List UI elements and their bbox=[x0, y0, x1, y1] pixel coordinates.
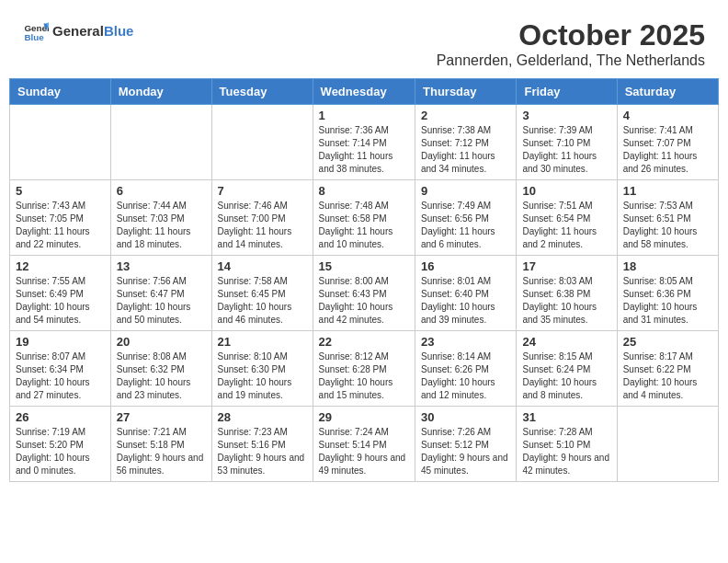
day-number: 15 bbox=[319, 259, 409, 273]
day-info: Sunrise: 7:41 AM Sunset: 7:07 PM Dayligh… bbox=[623, 124, 712, 176]
day-info: Sunrise: 7:48 AM Sunset: 6:58 PM Dayligh… bbox=[319, 200, 409, 251]
calendar-cell: 8Sunrise: 7:48 AM Sunset: 6:58 PM Daylig… bbox=[313, 180, 415, 256]
day-info: Sunrise: 7:58 AM Sunset: 6:45 PM Dayligh… bbox=[218, 275, 307, 327]
day-number: 21 bbox=[218, 335, 307, 349]
svg-text:Blue: Blue bbox=[24, 32, 44, 42]
day-number: 29 bbox=[319, 410, 409, 424]
calendar-week-row: 1Sunrise: 7:36 AM Sunset: 7:14 PM Daylig… bbox=[10, 105, 719, 180]
day-number: 11 bbox=[623, 184, 712, 198]
day-number: 9 bbox=[421, 184, 510, 198]
calendar-cell: 20Sunrise: 8:08 AM Sunset: 6:32 PM Dayli… bbox=[110, 331, 211, 407]
day-info: Sunrise: 8:07 AM Sunset: 6:34 PM Dayligh… bbox=[16, 350, 105, 402]
calendar-cell: 9Sunrise: 7:49 AM Sunset: 6:56 PM Daylig… bbox=[415, 180, 517, 256]
day-number: 28 bbox=[218, 410, 307, 424]
day-info: Sunrise: 7:24 AM Sunset: 5:14 PM Dayligh… bbox=[319, 426, 409, 477]
day-number: 18 bbox=[623, 259, 712, 273]
day-info: Sunrise: 7:39 AM Sunset: 7:10 PM Dayligh… bbox=[522, 124, 610, 176]
day-number: 23 bbox=[421, 335, 510, 349]
day-info: Sunrise: 7:53 AM Sunset: 6:51 PM Dayligh… bbox=[623, 200, 712, 251]
day-info: Sunrise: 8:05 AM Sunset: 6:36 PM Dayligh… bbox=[623, 275, 712, 327]
calendar-cell: 12Sunrise: 7:55 AM Sunset: 6:49 PM Dayli… bbox=[10, 256, 111, 331]
day-info: Sunrise: 8:08 AM Sunset: 6:32 PM Dayligh… bbox=[117, 350, 206, 402]
day-number: 22 bbox=[319, 335, 409, 349]
calendar-cell: 26Sunrise: 7:19 AM Sunset: 5:20 PM Dayli… bbox=[10, 407, 111, 482]
day-number: 10 bbox=[522, 184, 610, 198]
calendar-cell: 4Sunrise: 7:41 AM Sunset: 7:07 PM Daylig… bbox=[617, 105, 718, 180]
day-number: 17 bbox=[522, 259, 610, 273]
calendar-cell: 30Sunrise: 7:26 AM Sunset: 5:12 PM Dayli… bbox=[415, 407, 517, 482]
calendar-cell: 17Sunrise: 8:03 AM Sunset: 6:38 PM Dayli… bbox=[517, 256, 617, 331]
day-number: 4 bbox=[623, 109, 712, 122]
day-number: 20 bbox=[117, 335, 206, 349]
day-number: 27 bbox=[117, 410, 206, 424]
day-number: 25 bbox=[623, 335, 712, 349]
calendar-cell bbox=[617, 407, 718, 482]
calendar-cell: 2Sunrise: 7:38 AM Sunset: 7:12 PM Daylig… bbox=[415, 105, 517, 180]
calendar-cell: 22Sunrise: 8:12 AM Sunset: 6:28 PM Dayli… bbox=[313, 331, 415, 407]
day-number: 1 bbox=[319, 109, 409, 122]
day-number: 14 bbox=[218, 259, 307, 273]
day-info: Sunrise: 8:17 AM Sunset: 6:22 PM Dayligh… bbox=[623, 350, 712, 402]
month-title: October 2025 bbox=[437, 18, 705, 52]
calendar-cell: 29Sunrise: 7:24 AM Sunset: 5:14 PM Dayli… bbox=[313, 407, 415, 482]
calendar-cell bbox=[211, 105, 313, 180]
day-info: Sunrise: 7:51 AM Sunset: 6:54 PM Dayligh… bbox=[522, 200, 610, 251]
day-number: 6 bbox=[117, 184, 206, 198]
day-info: Sunrise: 7:44 AM Sunset: 7:03 PM Dayligh… bbox=[117, 200, 206, 251]
day-info: Sunrise: 8:14 AM Sunset: 6:26 PM Dayligh… bbox=[421, 350, 510, 402]
calendar-header-row: Sunday Monday Tuesday Wednesday Thursday… bbox=[10, 79, 719, 105]
day-info: Sunrise: 7:28 AM Sunset: 5:10 PM Dayligh… bbox=[522, 426, 610, 477]
day-info: Sunrise: 8:15 AM Sunset: 6:24 PM Dayligh… bbox=[522, 350, 610, 402]
logo-blue: Blue bbox=[104, 23, 134, 39]
calendar-cell: 14Sunrise: 7:58 AM Sunset: 6:45 PM Dayli… bbox=[211, 256, 313, 331]
day-info: Sunrise: 7:21 AM Sunset: 5:18 PM Dayligh… bbox=[117, 426, 206, 477]
calendar-cell: 18Sunrise: 8:05 AM Sunset: 6:36 PM Dayli… bbox=[617, 256, 718, 331]
day-number: 26 bbox=[16, 410, 105, 424]
calendar-cell: 16Sunrise: 8:01 AM Sunset: 6:40 PM Dayli… bbox=[415, 256, 517, 331]
calendar-cell: 3Sunrise: 7:39 AM Sunset: 7:10 PM Daylig… bbox=[517, 105, 617, 180]
calendar-week-row: 19Sunrise: 8:07 AM Sunset: 6:34 PM Dayli… bbox=[10, 331, 719, 407]
calendar-cell bbox=[10, 105, 111, 180]
calendar-cell bbox=[110, 105, 211, 180]
calendar-cell: 27Sunrise: 7:21 AM Sunset: 5:18 PM Dayli… bbox=[110, 407, 211, 482]
calendar-cell: 25Sunrise: 8:17 AM Sunset: 6:22 PM Dayli… bbox=[617, 331, 718, 407]
calendar-table: Sunday Monday Tuesday Wednesday Thursday… bbox=[9, 78, 719, 482]
day-info: Sunrise: 7:26 AM Sunset: 5:12 PM Dayligh… bbox=[421, 426, 510, 477]
day-info: Sunrise: 8:01 AM Sunset: 6:40 PM Dayligh… bbox=[421, 275, 510, 327]
day-info: Sunrise: 7:55 AM Sunset: 6:49 PM Dayligh… bbox=[16, 275, 105, 327]
col-friday: Friday bbox=[517, 79, 617, 105]
col-tuesday: Tuesday bbox=[211, 79, 313, 105]
calendar-week-row: 26Sunrise: 7:19 AM Sunset: 5:20 PM Dayli… bbox=[10, 407, 719, 482]
calendar-cell: 10Sunrise: 7:51 AM Sunset: 6:54 PM Dayli… bbox=[517, 180, 617, 256]
day-number: 3 bbox=[522, 109, 610, 122]
day-info: Sunrise: 7:49 AM Sunset: 6:56 PM Dayligh… bbox=[421, 200, 510, 251]
day-info: Sunrise: 7:36 AM Sunset: 7:14 PM Dayligh… bbox=[319, 124, 409, 176]
day-info: Sunrise: 8:10 AM Sunset: 6:30 PM Dayligh… bbox=[218, 350, 307, 402]
day-info: Sunrise: 8:00 AM Sunset: 6:43 PM Dayligh… bbox=[319, 275, 409, 327]
calendar-cell: 7Sunrise: 7:46 AM Sunset: 7:00 PM Daylig… bbox=[211, 180, 313, 256]
day-number: 24 bbox=[522, 335, 610, 349]
day-info: Sunrise: 8:03 AM Sunset: 6:38 PM Dayligh… bbox=[522, 275, 610, 327]
title-section: October 2025 Pannerden, Gelderland, The … bbox=[437, 18, 705, 69]
day-number: 13 bbox=[117, 259, 206, 273]
calendar-week-row: 5Sunrise: 7:43 AM Sunset: 7:05 PM Daylig… bbox=[10, 180, 719, 256]
col-sunday: Sunday bbox=[10, 79, 111, 105]
day-number: 5 bbox=[16, 184, 105, 198]
logo-text: GeneralBlue bbox=[52, 24, 133, 40]
day-number: 2 bbox=[421, 109, 510, 122]
day-number: 19 bbox=[16, 335, 105, 349]
logo-icon: General Blue bbox=[23, 18, 49, 44]
day-info: Sunrise: 8:12 AM Sunset: 6:28 PM Dayligh… bbox=[319, 350, 409, 402]
day-info: Sunrise: 7:43 AM Sunset: 7:05 PM Dayligh… bbox=[16, 200, 105, 251]
calendar-cell: 11Sunrise: 7:53 AM Sunset: 6:51 PM Dayli… bbox=[617, 180, 718, 256]
day-info: Sunrise: 7:19 AM Sunset: 5:20 PM Dayligh… bbox=[16, 426, 105, 477]
col-thursday: Thursday bbox=[415, 79, 517, 105]
calendar-cell: 21Sunrise: 8:10 AM Sunset: 6:30 PM Dayli… bbox=[211, 331, 313, 407]
col-saturday: Saturday bbox=[617, 79, 718, 105]
col-wednesday: Wednesday bbox=[313, 79, 415, 105]
calendar-cell: 6Sunrise: 7:44 AM Sunset: 7:03 PM Daylig… bbox=[110, 180, 211, 256]
day-info: Sunrise: 7:46 AM Sunset: 7:00 PM Dayligh… bbox=[218, 200, 307, 251]
calendar-cell: 24Sunrise: 8:15 AM Sunset: 6:24 PM Dayli… bbox=[517, 331, 617, 407]
logo-general: General bbox=[52, 23, 104, 39]
calendar-cell: 5Sunrise: 7:43 AM Sunset: 7:05 PM Daylig… bbox=[10, 180, 111, 256]
